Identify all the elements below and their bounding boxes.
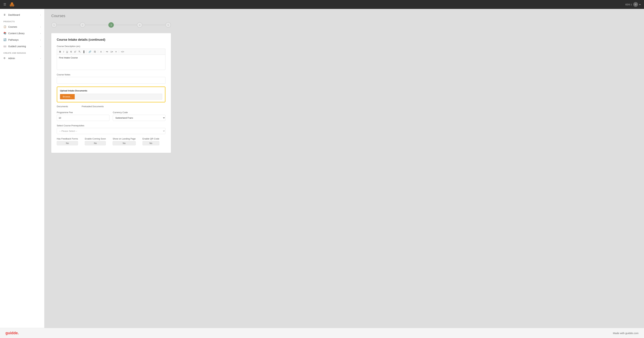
currency-code-label: Currency Code: [113, 111, 166, 114]
coming-soon-value[interactable]: No: [85, 141, 106, 145]
navbar-right: EDS 1 U ▾: [625, 2, 640, 7]
navbar: ☰ EDS 1 U ▾: [0, 0, 644, 9]
app-body: 🖥 Dashboard › PRODUCTS 📋 Courses › 📚 Con…: [0, 9, 644, 328]
navbar-left: ☰: [4, 1, 15, 8]
step-line-3-4: [114, 25, 137, 25]
dashboard-icon: 🖥: [4, 13, 6, 16]
preloaded-label: Preloaded Documents: [82, 105, 104, 108]
svg-point-2: [12, 4, 14, 6]
currency-code-group: Currency Code Switzerland Franc USD EUR …: [113, 111, 166, 121]
main-content: Courses 1 2 3 4 5 Course Inta: [44, 9, 644, 328]
sidebar-item-dashboard-left: 🖥 Dashboard: [4, 13, 20, 16]
rte-separator-4: [119, 50, 119, 53]
rte-unlink[interactable]: ⛓: [93, 50, 96, 53]
footer-made-with: Made with guidde.com: [613, 332, 638, 334]
currency-code-select[interactable]: Switzerland Franc USD EUR GBP: [113, 115, 166, 121]
step-2[interactable]: 2: [80, 22, 85, 28]
documents-row: Documents Preloaded Documents: [57, 105, 166, 108]
rte-content[interactable]: First Intake Course: [57, 54, 166, 70]
sidebar-item-pathways[interactable]: 🔄 Pathways ›: [0, 36, 44, 43]
programme-fee-input[interactable]: [57, 115, 110, 121]
feedback-value[interactable]: No: [57, 141, 78, 145]
rte-bullet[interactable]: •≡: [105, 50, 109, 53]
prerequisites-label: Select Course Prerequisites: [57, 124, 166, 127]
footer-logo: guidde.: [6, 331, 19, 335]
pathways-icon: 🔄: [4, 38, 6, 41]
page-title: Courses: [51, 14, 637, 18]
sidebar-item-dashboard[interactable]: 🖥 Dashboard ›: [0, 12, 44, 18]
pathways-chevron: ›: [40, 39, 41, 41]
sidebar-item-admin[interactable]: ⚙ Admin ›: [0, 55, 44, 62]
rte-highlight[interactable]: ▐: [82, 50, 85, 53]
qr-code-toggle-group: Enable QR Code No: [142, 138, 159, 145]
content-library-chevron: ›: [40, 32, 41, 34]
step-line-1-2: [57, 25, 80, 25]
content-library-icon: 📚: [4, 32, 6, 35]
qr-code-label: Enable QR Code: [142, 138, 159, 140]
landing-page-toggle-group: Show on Landing Page No: [113, 138, 136, 145]
feedback-label: Has Feedback Forms: [57, 138, 78, 140]
rte-bold[interactable]: B: [58, 50, 62, 53]
dashboard-chevron: ›: [40, 14, 41, 16]
coming-soon-label: Enable Coming Soon: [85, 138, 106, 140]
footer: guidde. Made with guidde.com: [0, 328, 644, 338]
create-manage-section-label: CREATE AND MANAGE: [0, 50, 44, 55]
rte-separator-1: [86, 50, 86, 53]
documents-label: Documents: [57, 105, 68, 108]
rte-toolbar: B I U S Xi Xi ▐ 🔗 ⛓ A •≡ 1≡ ≡ </>: [57, 48, 166, 54]
sidebar-item-courses[interactable]: 📋 Courses ›: [0, 24, 44, 30]
rte-underline[interactable]: U: [66, 50, 68, 53]
upload-filename: [75, 94, 162, 100]
sidebar-item-dashboard-label: Dashboard: [8, 14, 20, 16]
hamburger-icon[interactable]: ☰: [4, 2, 6, 6]
rte-link[interactable]: 🔗: [88, 50, 92, 53]
rte-code[interactable]: </>: [120, 50, 125, 53]
description-text: First Intake Course: [59, 56, 78, 59]
programme-fee-group: Programme Fee: [57, 111, 110, 121]
rte-number[interactable]: 1≡: [110, 50, 114, 53]
guided-learning-icon: 📖: [4, 45, 6, 48]
step-5[interactable]: 5: [166, 22, 171, 28]
sidebar-item-admin-label: Admin: [8, 57, 15, 60]
svg-point-1: [10, 4, 12, 6]
prerequisites-select[interactable]: -- Please Select --: [57, 128, 166, 134]
avatar[interactable]: U: [633, 2, 638, 7]
step-4[interactable]: 4: [137, 22, 142, 28]
browse-button[interactable]: Browse...: [60, 94, 75, 99]
description-label: Course Description (en): [57, 45, 166, 48]
rte-superscript[interactable]: Xi: [74, 50, 77, 54]
form-section-title: Course Intake details (continued): [57, 38, 166, 42]
rte-strikethrough[interactable]: S: [70, 50, 72, 53]
courses-chevron: ›: [40, 26, 41, 28]
dropdown-icon[interactable]: ▾: [640, 3, 640, 6]
rte-color[interactable]: A: [100, 50, 102, 53]
upload-label: Upload Intake Documents: [60, 90, 162, 92]
logo-container: [9, 1, 15, 8]
step-line-4-5: [142, 25, 166, 25]
upload-section: Upload Intake Documents Browse...: [57, 86, 166, 102]
landing-page-label: Show on Landing Page: [113, 138, 136, 140]
coming-soon-toggle-group: Enable Coming Soon No: [85, 138, 106, 145]
qr-code-value[interactable]: No: [142, 141, 159, 145]
form-card: Course Intake details (continued) Course…: [51, 33, 171, 153]
sidebar-item-guided-learning[interactable]: 📖 Guided Learning ›: [0, 43, 44, 50]
rte-italic[interactable]: I: [62, 50, 64, 53]
admin-icon: ⚙: [4, 57, 6, 60]
sidebar-item-content-library-label: Content Library: [8, 32, 24, 35]
course-notes-input[interactable]: [57, 77, 166, 84]
notes-label: Course Notes: [57, 73, 166, 76]
rte-subscript[interactable]: Xi: [78, 50, 81, 54]
admin-chevron: ›: [40, 57, 41, 59]
rte-align[interactable]: ≡: [115, 50, 118, 53]
programme-fee-label: Programme Fee: [57, 111, 110, 114]
upload-row: Browse...: [60, 94, 162, 100]
user-label: EDS 1: [625, 3, 632, 6]
rte-separator-3: [104, 50, 104, 53]
sidebar-item-content-library[interactable]: 📚 Content Library ›: [0, 30, 44, 36]
landing-page-value[interactable]: No: [113, 141, 136, 145]
censeo-logo-icon: [9, 1, 15, 8]
toggle-row: Has Feedback Forms No Enable Coming Soon…: [57, 138, 166, 145]
step-1[interactable]: 1: [51, 22, 57, 28]
step-3[interactable]: 3: [108, 22, 114, 28]
guided-learning-chevron: ›: [40, 45, 41, 47]
